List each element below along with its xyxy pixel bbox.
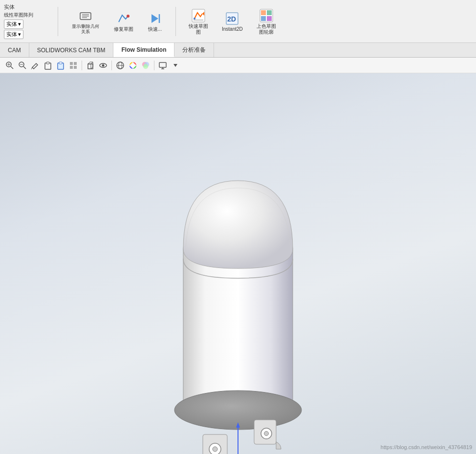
- toolbar-row-4[interactable]: 实体 ▾: [4, 30, 48, 39]
- svg-point-47: [143, 64, 148, 69]
- btn-repair[interactable]: 修复草图: [111, 9, 136, 34]
- svg-rect-17: [267, 16, 272, 21]
- svg-line-19: [11, 66, 13, 69]
- toolbar-row-3[interactable]: 实体 ▾: [4, 20, 48, 29]
- repair-label: 修复草图: [114, 26, 133, 32]
- btn-color-sketch[interactable]: 上色草图 图轮廓: [254, 6, 279, 37]
- color-sketch-label: 上色草图: [257, 23, 276, 29]
- array-label: 线性草图阵列: [4, 12, 33, 19]
- quick-sketch-icon: [191, 8, 206, 23]
- color-wheel-icon[interactable]: [127, 60, 139, 71]
- tabs-bar: CAM SOLIDWORKS CAM TBM Flow Simulation 分…: [0, 43, 476, 58]
- grid-icon[interactable]: [67, 60, 79, 71]
- svg-point-40: [102, 64, 105, 66]
- btn-quick-sketch[interactable]: 快速草图 图: [186, 6, 211, 37]
- btn-instant2d[interactable]: 2D Instant2D: [219, 9, 246, 34]
- quick-sketch-sub: 图: [196, 29, 201, 35]
- svg-rect-32: [70, 66, 73, 69]
- cube-icon[interactable]: [85, 60, 96, 71]
- display-delete-label: 显示/删除几何关系: [71, 24, 100, 35]
- icon-toolbar-sep-2: [111, 61, 112, 70]
- svg-rect-31: [74, 62, 77, 65]
- instant2d-icon: 2D: [224, 11, 240, 26]
- toolbar-left-panel: 实体 线性草图阵列 实体 ▾ 实体 ▾: [4, 3, 48, 39]
- globe-icon[interactable]: [114, 60, 126, 71]
- tab-solidworks-cam-tbm[interactable]: SOLIDWORKS CAM TBM: [29, 43, 114, 57]
- svg-rect-34: [88, 64, 93, 69]
- search-icon-2[interactable]: [17, 60, 28, 71]
- svg-rect-27: [46, 62, 49, 64]
- fast-label: 快速...: [148, 26, 162, 32]
- svg-rect-48: [159, 62, 166, 67]
- tab-flow-simulation[interactable]: Flow Simulation: [113, 43, 174, 57]
- eye-icon[interactable]: [97, 60, 109, 71]
- toolbar-sep-2: [175, 7, 176, 36]
- svg-point-44: [131, 64, 134, 67]
- svg-point-55: [213, 447, 217, 452]
- color-sketch-sub: 图轮廓: [259, 29, 274, 35]
- fast-icon: [147, 11, 163, 26]
- 3d-model-svg: [0, 73, 476, 454]
- toolbar-row-1: 实体: [4, 3, 48, 11]
- entity-dropdown-1[interactable]: 实体 ▾: [4, 20, 23, 29]
- svg-marker-51: [173, 64, 177, 67]
- svg-rect-14: [261, 10, 266, 15]
- btn-fast[interactable]: 快速...: [144, 9, 166, 34]
- monitor-icon[interactable]: [157, 60, 169, 71]
- toolbar-sep-1: [58, 7, 58, 36]
- color-sketch-icon: [259, 8, 274, 23]
- svg-line-25: [31, 67, 32, 69]
- svg-rect-15: [267, 10, 272, 15]
- svg-marker-5: [151, 14, 158, 23]
- color-circle-icon[interactable]: [140, 60, 151, 71]
- dropdown-arrow-icon[interactable]: [170, 60, 181, 71]
- icon-toolbar-sep-3: [154, 61, 154, 70]
- tab-cam[interactable]: CAM: [0, 43, 29, 57]
- clipboard-icon-2[interactable]: [55, 60, 66, 71]
- display-delete-icon: [78, 8, 93, 24]
- 3d-viewport[interactable]: https://blog.csdn.net/weixin_43764819: [0, 73, 476, 454]
- entity-label: 实体: [4, 3, 15, 11]
- svg-point-9: [194, 18, 195, 20]
- toolbar-row-2: 线性草图阵列: [4, 12, 48, 19]
- icon-toolbar: [0, 58, 476, 73]
- svg-point-4: [127, 15, 130, 18]
- svg-rect-29: [59, 62, 62, 64]
- svg-text:2D: 2D: [227, 15, 236, 23]
- watermark: https://blog.csdn.net/weixin_43764819: [381, 444, 472, 450]
- repair-icon: [116, 11, 131, 26]
- svg-rect-30: [70, 62, 73, 65]
- main-toolbar: 实体 线性草图阵列 实体 ▾ 实体 ▾ 显示/删: [0, 0, 476, 43]
- svg-rect-16: [261, 16, 266, 21]
- icon-toolbar-sep-1: [82, 61, 82, 70]
- btn-display-delete[interactable]: 显示/删除几何关系: [68, 6, 103, 37]
- svg-rect-33: [74, 66, 77, 69]
- search-icon-1[interactable]: [4, 60, 16, 71]
- svg-line-23: [23, 66, 26, 69]
- clipboard-icon-1[interactable]: [42, 60, 54, 71]
- quick-sketch-label: 快速草图: [189, 23, 208, 29]
- entity-dropdown-2[interactable]: 实体 ▾: [4, 30, 23, 39]
- instant2d-label: Instant2D: [222, 26, 243, 32]
- svg-point-58: [264, 432, 269, 436]
- pencil-icon[interactable]: [29, 60, 41, 71]
- tab-analysis-prep[interactable]: 分析准备: [174, 43, 214, 57]
